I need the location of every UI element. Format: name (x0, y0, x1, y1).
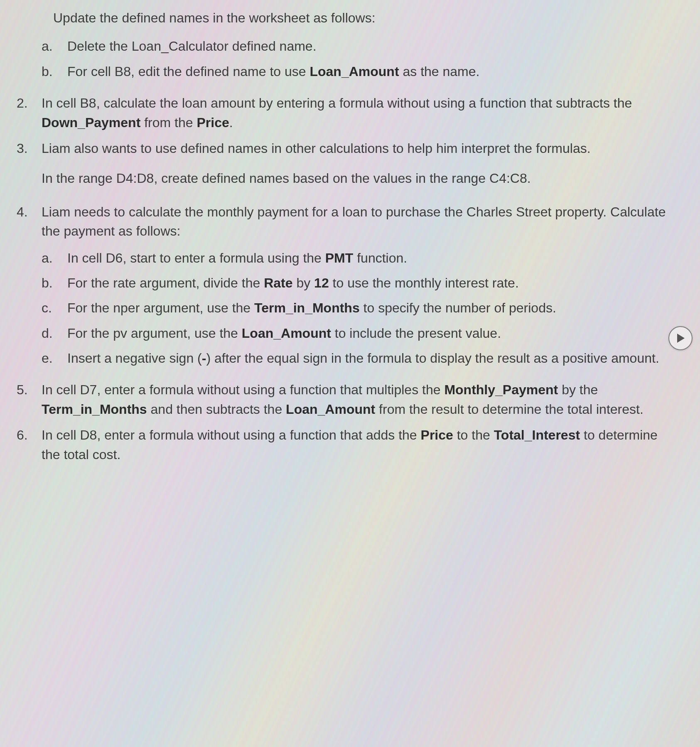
sub-letter: c. (42, 298, 67, 317)
item-body: Liam needs to calculate the monthly paym… (42, 202, 675, 374)
sub-4a: a. In cell D6, start to enter a formula … (42, 248, 675, 268)
sub-text: In cell D6, start to enter a formula usi… (67, 248, 675, 268)
sub-letter: e. (42, 349, 67, 368)
sub-letter: a. (42, 248, 67, 268)
sub-4b: b. For the rate argument, divide the Rat… (42, 273, 675, 292)
item-2: 2. In cell B8, calculate the loan amount… (17, 93, 675, 132)
play-icon (676, 334, 685, 343)
sub-text: For the nper argument, use the Term_in_M… (67, 298, 675, 317)
sub-4c: c. For the nper argument, use the Term_i… (42, 298, 675, 317)
sub-text: Delete the Loan_Calculator defined name. (67, 37, 675, 56)
item-1-sublist-only: a. Delete the Loan_Calculator defined na… (17, 34, 675, 87)
sub-text: Insert a negative sign (-) after the equ… (67, 349, 675, 368)
item-3-p2: In the range D4:D8, create defined names… (42, 169, 675, 188)
sub-text: For the rate argument, divide the Rate b… (67, 273, 675, 292)
item-1-sublist: a. Delete the Loan_Calculator defined na… (42, 37, 675, 81)
item-body: In cell D7, enter a formula without usin… (42, 380, 675, 419)
item-number: 5. (17, 380, 42, 399)
sub-letter: b. (42, 62, 67, 81)
item-number: 4. (17, 202, 42, 221)
instructions-page: Update the defined names in the workshee… (0, 0, 700, 747)
item-3-p1: Liam also wants to use defined names in … (42, 139, 675, 158)
item-4-lead: Liam needs to calculate the monthly paym… (42, 202, 675, 241)
item-4: 4. Liam needs to calculate the monthly p… (17, 202, 675, 374)
item-body: In cell D8, enter a formula without usin… (42, 425, 675, 464)
sub-letter: b. (42, 273, 67, 292)
item-body: Liam also wants to use defined names in … (42, 139, 675, 196)
sub-text: For the pv argument, use the Loan_Amount… (67, 324, 675, 343)
item-5: 5. In cell D7, enter a formula without u… (17, 380, 675, 419)
sub-4d: d. For the pv argument, use the Loan_Amo… (42, 324, 675, 343)
item-4-sublist: a. In cell D6, start to enter a formula … (42, 248, 675, 368)
sub-1b: b. For cell B8, edit the defined name to… (42, 62, 675, 81)
item-number: 2. (17, 93, 42, 113)
intro-text: Update the defined names in the workshee… (53, 8, 651, 27)
svg-marker-0 (677, 334, 685, 343)
sub-1a: a. Delete the Loan_Calculator defined na… (42, 37, 675, 56)
item-3: 3. Liam also wants to use defined names … (17, 139, 675, 196)
main-list: a. Delete the Loan_Calculator defined na… (17, 34, 675, 464)
sub-4e: e. Insert a negative sign (-) after the … (42, 349, 675, 368)
item-number: 6. (17, 425, 42, 445)
item-number: 3. (17, 139, 42, 158)
sub-text: For cell B8, edit the defined name to us… (67, 62, 675, 81)
sub-letter: a. (42, 37, 67, 56)
item-body: In cell B8, calculate the loan amount by… (42, 93, 675, 132)
play-button[interactable] (668, 326, 693, 350)
sub-letter: d. (42, 324, 67, 343)
item-6: 6. In cell D8, enter a formula without u… (17, 425, 675, 464)
